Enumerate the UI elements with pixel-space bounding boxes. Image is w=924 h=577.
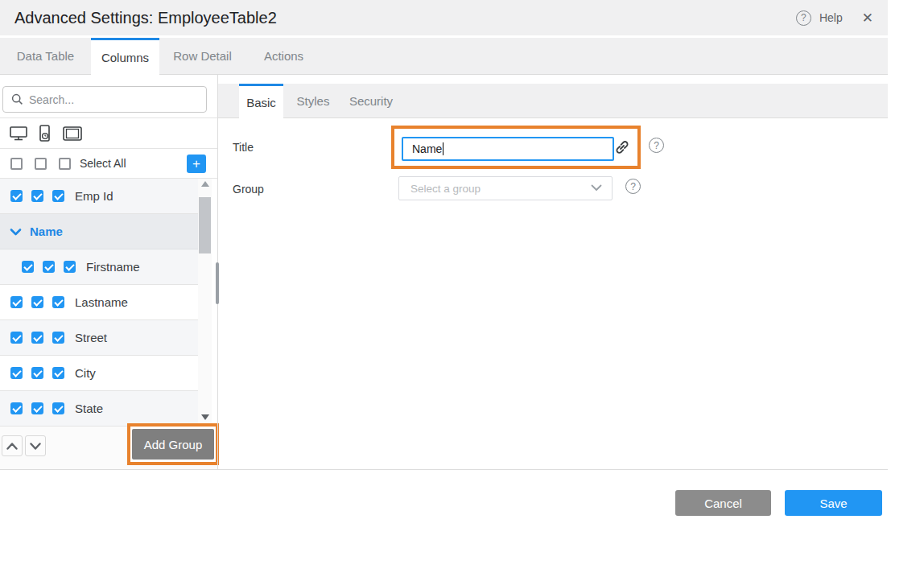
select-all-label: Select All <box>80 157 126 170</box>
group-label: Name <box>30 225 63 238</box>
device-toggle-row <box>0 118 217 149</box>
column-row-lastname[interactable]: Lastname <box>0 285 198 320</box>
checkbox-checked[interactable] <box>22 261 34 273</box>
checkbox-checked[interactable] <box>31 296 43 308</box>
main-tab-bar: Data Table Columns Row Detail Actions <box>0 38 888 75</box>
checkbox-checked[interactable] <box>31 402 43 414</box>
column-label: Street <box>75 331 107 344</box>
chevron-up-icon <box>6 443 18 450</box>
dialog-header: Advanced Settings: EmployeeTable2 ? Help… <box>0 0 888 35</box>
add-group-highlight: Add Group <box>127 423 219 465</box>
title-highlight: Name <box>391 126 641 169</box>
splitter-handle[interactable] <box>216 262 219 304</box>
checkbox-checked[interactable] <box>10 190 23 202</box>
checkbox-checked[interactable] <box>10 332 23 344</box>
dialog-title: Advanced Settings: EmployeeTable2 <box>14 0 277 35</box>
text-caret <box>443 142 443 155</box>
detail-tab-bar: Basic Styles Security <box>218 84 888 118</box>
column-row-firstname[interactable]: Firstname <box>0 249 198 285</box>
group-field-label: Group <box>233 183 264 196</box>
tab-basic[interactable]: Basic <box>239 84 283 118</box>
title-input[interactable]: Name <box>402 137 614 161</box>
group-select[interactable]: Select a group <box>398 176 613 200</box>
column-row-state[interactable]: State <box>0 391 198 427</box>
scrollbar-thumb[interactable] <box>199 197 211 253</box>
select-all-checkbox-tablet[interactable] <box>59 158 71 170</box>
checkbox-checked[interactable] <box>64 261 76 273</box>
tab-security[interactable]: Security <box>340 84 402 117</box>
search-input[interactable] <box>29 93 190 106</box>
mobile-icon[interactable] <box>36 124 54 143</box>
tablet-icon[interactable] <box>62 126 83 142</box>
checkbox-checked[interactable] <box>43 261 55 273</box>
checkbox-checked[interactable] <box>10 367 23 379</box>
tab-data-table[interactable]: Data Table <box>0 38 91 74</box>
checkbox-checked[interactable] <box>31 367 43 379</box>
help-icon[interactable]: ? <box>796 10 811 26</box>
column-label: City <box>75 366 96 380</box>
link-icon[interactable] <box>614 139 630 155</box>
checkbox-checked[interactable] <box>52 296 64 308</box>
advanced-settings-dialog: Advanced Settings: EmployeeTable2 ? Help… <box>0 0 924 577</box>
search-icon <box>11 93 23 105</box>
title-help-icon[interactable]: ? <box>649 138 664 153</box>
tab-row-detail[interactable]: Row Detail <box>159 38 245 74</box>
checkbox-checked[interactable] <box>31 190 43 202</box>
title-input-value: Name <box>412 142 442 155</box>
select-all-checkbox-mobile[interactable] <box>35 158 47 170</box>
column-label: Lastname <box>75 295 128 309</box>
checkbox-checked[interactable] <box>31 332 43 344</box>
column-row-street[interactable]: Street <box>0 320 198 356</box>
checkbox-checked[interactable] <box>52 190 64 202</box>
checkbox-checked[interactable] <box>52 402 64 414</box>
help-link[interactable]: Help <box>819 11 843 24</box>
title-field-label: Title <box>233 141 254 154</box>
scrollbar-down-icon[interactable] <box>201 414 209 420</box>
cancel-button[interactable]: Cancel <box>675 490 771 516</box>
column-label: Firstname <box>86 260 140 274</box>
save-button[interactable]: Save <box>785 490 882 516</box>
close-icon[interactable]: ✕ <box>862 10 873 27</box>
move-up-button[interactable] <box>2 435 23 456</box>
search-row <box>0 75 217 118</box>
sidebar-footer: Add Group <box>0 427 217 469</box>
tab-actions[interactable]: Actions <box>245 38 322 74</box>
add-column-button[interactable]: + <box>187 155 206 173</box>
columns-sidebar: Select All + Emp Id Name Firstname <box>0 75 217 469</box>
footer-divider <box>0 469 888 470</box>
scrollbar-up-icon[interactable] <box>201 181 209 187</box>
chevron-down-icon <box>30 443 41 450</box>
tab-columns[interactable]: Columns <box>91 38 159 75</box>
column-label: State <box>75 402 103 415</box>
column-row-emp-id[interactable]: Emp Id <box>0 179 198 214</box>
chevron-down-icon[interactable] <box>10 228 22 236</box>
group-select-placeholder: Select a group <box>410 183 481 195</box>
select-all-checkbox-desktop[interactable] <box>10 158 23 170</box>
group-help-icon[interactable]: ? <box>625 179 641 194</box>
search-box[interactable] <box>2 86 207 113</box>
desktop-icon[interactable] <box>9 125 28 142</box>
column-row-city[interactable]: City <box>0 356 198 391</box>
column-label: Emp Id <box>75 189 113 203</box>
checkbox-checked[interactable] <box>52 367 64 379</box>
add-group-button[interactable]: Add Group <box>132 429 214 460</box>
group-row-name[interactable]: Name <box>0 214 198 249</box>
checkbox-checked[interactable] <box>52 332 64 344</box>
select-all-row: Select All + <box>0 149 217 179</box>
tab-styles[interactable]: Styles <box>287 84 340 117</box>
chevron-down-icon <box>591 184 602 192</box>
checkbox-checked[interactable] <box>10 296 23 308</box>
checkbox-checked[interactable] <box>10 402 23 414</box>
move-down-button[interactable] <box>25 435 46 456</box>
